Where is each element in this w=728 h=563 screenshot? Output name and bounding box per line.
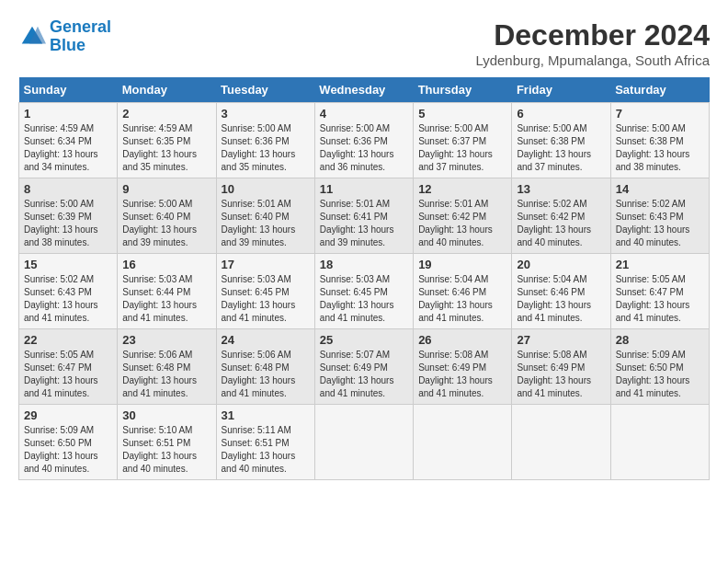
col-saturday: Saturday: [610, 77, 709, 103]
table-row: 26 Sunrise: 5:08 AM Sunset: 6:49 PM Dayl…: [414, 329, 512, 405]
day-number: 9: [122, 182, 210, 196]
logo-blue: Blue: [50, 37, 111, 55]
day-info: Sunrise: 5:06 AM Sunset: 6:48 PM Dayligh…: [122, 349, 210, 400]
day-number: 4: [320, 107, 408, 121]
day-number: 3: [222, 107, 310, 121]
day-info: Sunrise: 5:00 AM Sunset: 6:36 PM Dayligh…: [222, 122, 310, 174]
day-number: 14: [616, 182, 704, 196]
day-number: 7: [616, 107, 704, 121]
logo-general: General: [50, 17, 111, 36]
table-row: 31 Sunrise: 5:11 AM Sunset: 6:51 PM Dayl…: [216, 405, 314, 480]
table-row: 20 Sunrise: 5:04 AM Sunset: 6:46 PM Dayl…: [512, 254, 610, 329]
day-number: 22: [24, 333, 112, 347]
logo-icon: [18, 23, 46, 51]
page-header: General Blue December 2024 Lydenburg, Mp…: [18, 18, 710, 68]
table-row: 25 Sunrise: 5:07 AM Sunset: 6:49 PM Dayl…: [314, 329, 413, 405]
table-row: 4 Sunrise: 5:00 AM Sunset: 6:36 PM Dayli…: [314, 103, 413, 178]
title-block: December 2024 Lydenburg, Mpumalanga, Sou…: [475, 18, 710, 68]
calendar-week-row: 22 Sunrise: 5:05 AM Sunset: 6:47 PM Dayl…: [19, 329, 710, 405]
calendar-week-row: 29 Sunrise: 5:09 AM Sunset: 6:50 PM Dayl…: [19, 405, 710, 480]
table-row: [414, 405, 512, 480]
day-info: Sunrise: 5:08 AM Sunset: 6:49 PM Dayligh…: [517, 349, 605, 400]
day-info: Sunrise: 5:09 AM Sunset: 6:50 PM Dayligh…: [24, 424, 112, 476]
day-number: 29: [24, 408, 112, 422]
table-row: 6 Sunrise: 5:00 AM Sunset: 6:38 PM Dayli…: [512, 103, 610, 178]
day-number: 26: [418, 333, 506, 347]
day-info: Sunrise: 5:10 AM Sunset: 6:51 PM Dayligh…: [122, 424, 210, 476]
table-row: 10 Sunrise: 5:01 AM Sunset: 6:40 PM Dayl…: [216, 178, 314, 254]
calendar-week-row: 1 Sunrise: 4:59 AM Sunset: 6:34 PM Dayli…: [19, 103, 710, 178]
col-tuesday: Tuesday: [216, 77, 314, 103]
day-number: 8: [24, 182, 112, 196]
location: Lydenburg, Mpumalanga, South Africa: [475, 52, 710, 68]
table-row: [610, 405, 709, 480]
day-info: Sunrise: 5:11 AM Sunset: 6:51 PM Dayligh…: [222, 424, 310, 476]
month-title: December 2024: [475, 18, 710, 52]
day-number: 21: [616, 258, 704, 271]
table-row: 14 Sunrise: 5:02 AM Sunset: 6:43 PM Dayl…: [610, 178, 709, 254]
table-row: 13 Sunrise: 5:02 AM Sunset: 6:42 PM Dayl…: [512, 178, 610, 254]
table-row: 16 Sunrise: 5:03 AM Sunset: 6:44 PM Dayl…: [118, 254, 216, 329]
day-info: Sunrise: 5:04 AM Sunset: 6:46 PM Dayligh…: [418, 273, 506, 325]
day-number: 13: [517, 182, 605, 196]
day-info: Sunrise: 5:00 AM Sunset: 6:38 PM Dayligh…: [517, 122, 605, 174]
day-info: Sunrise: 5:00 AM Sunset: 6:40 PM Dayligh…: [122, 198, 210, 249]
header-row: Sunday Monday Tuesday Wednesday Thursday…: [19, 77, 710, 103]
table-row: 17 Sunrise: 5:03 AM Sunset: 6:45 PM Dayl…: [216, 254, 314, 329]
day-info: Sunrise: 4:59 AM Sunset: 6:34 PM Dayligh…: [24, 122, 112, 174]
day-number: 11: [320, 182, 408, 196]
day-number: 6: [517, 107, 605, 121]
col-thursday: Thursday: [414, 77, 512, 103]
day-number: 27: [517, 333, 605, 347]
day-info: Sunrise: 5:03 AM Sunset: 6:45 PM Dayligh…: [320, 273, 408, 325]
day-info: Sunrise: 5:03 AM Sunset: 6:44 PM Dayligh…: [122, 273, 210, 325]
calendar-week-row: 15 Sunrise: 5:02 AM Sunset: 6:43 PM Dayl…: [19, 254, 710, 329]
day-info: Sunrise: 5:07 AM Sunset: 6:49 PM Dayligh…: [320, 349, 408, 400]
day-number: 18: [320, 258, 408, 271]
day-info: Sunrise: 5:01 AM Sunset: 6:40 PM Dayligh…: [222, 198, 310, 249]
logo-text: General Blue: [50, 18, 111, 55]
table-row: [314, 405, 413, 480]
table-row: 2 Sunrise: 4:59 AM Sunset: 6:35 PM Dayli…: [118, 103, 216, 178]
day-info: Sunrise: 5:09 AM Sunset: 6:50 PM Dayligh…: [616, 349, 704, 400]
day-info: Sunrise: 5:04 AM Sunset: 6:46 PM Dayligh…: [517, 273, 605, 325]
col-friday: Friday: [512, 77, 610, 103]
day-info: Sunrise: 5:02 AM Sunset: 6:43 PM Dayligh…: [616, 198, 704, 249]
day-number: 19: [418, 258, 506, 271]
day-number: 2: [122, 107, 210, 121]
day-info: Sunrise: 5:01 AM Sunset: 6:42 PM Dayligh…: [418, 198, 506, 249]
day-number: 23: [122, 333, 210, 347]
day-number: 24: [222, 333, 310, 347]
day-info: Sunrise: 5:00 AM Sunset: 6:37 PM Dayligh…: [418, 122, 506, 174]
day-info: Sunrise: 5:00 AM Sunset: 6:38 PM Dayligh…: [616, 122, 704, 174]
day-number: 15: [24, 258, 112, 271]
day-number: 20: [517, 258, 605, 271]
table-row: 11 Sunrise: 5:01 AM Sunset: 6:41 PM Dayl…: [314, 178, 413, 254]
day-info: Sunrise: 5:02 AM Sunset: 6:42 PM Dayligh…: [517, 198, 605, 249]
col-wednesday: Wednesday: [314, 77, 413, 103]
day-number: 31: [222, 408, 310, 422]
day-number: 16: [122, 258, 210, 271]
day-number: 5: [418, 107, 506, 121]
col-sunday: Sunday: [19, 77, 118, 103]
table-row: 22 Sunrise: 5:05 AM Sunset: 6:47 PM Dayl…: [19, 329, 118, 405]
day-number: 30: [122, 408, 210, 422]
day-info: Sunrise: 5:03 AM Sunset: 6:45 PM Dayligh…: [222, 273, 310, 325]
day-number: 28: [616, 333, 704, 347]
calendar-table: Sunday Monday Tuesday Wednesday Thursday…: [18, 77, 710, 480]
table-row: 30 Sunrise: 5:10 AM Sunset: 6:51 PM Dayl…: [118, 405, 216, 480]
table-row: 18 Sunrise: 5:03 AM Sunset: 6:45 PM Dayl…: [314, 254, 413, 329]
col-monday: Monday: [118, 77, 216, 103]
table-row: 24 Sunrise: 5:06 AM Sunset: 6:48 PM Dayl…: [216, 329, 314, 405]
day-info: Sunrise: 4:59 AM Sunset: 6:35 PM Dayligh…: [122, 122, 210, 174]
logo: General Blue: [18, 18, 111, 55]
day-number: 12: [418, 182, 506, 196]
table-row: 29 Sunrise: 5:09 AM Sunset: 6:50 PM Dayl…: [19, 405, 118, 480]
table-row: 1 Sunrise: 4:59 AM Sunset: 6:34 PM Dayli…: [19, 103, 118, 178]
day-info: Sunrise: 5:00 AM Sunset: 6:36 PM Dayligh…: [320, 122, 408, 174]
table-row: 9 Sunrise: 5:00 AM Sunset: 6:40 PM Dayli…: [118, 178, 216, 254]
day-number: 25: [320, 333, 408, 347]
table-row: 8 Sunrise: 5:00 AM Sunset: 6:39 PM Dayli…: [19, 178, 118, 254]
day-number: 1: [24, 107, 112, 121]
calendar-week-row: 8 Sunrise: 5:00 AM Sunset: 6:39 PM Dayli…: [19, 178, 710, 254]
